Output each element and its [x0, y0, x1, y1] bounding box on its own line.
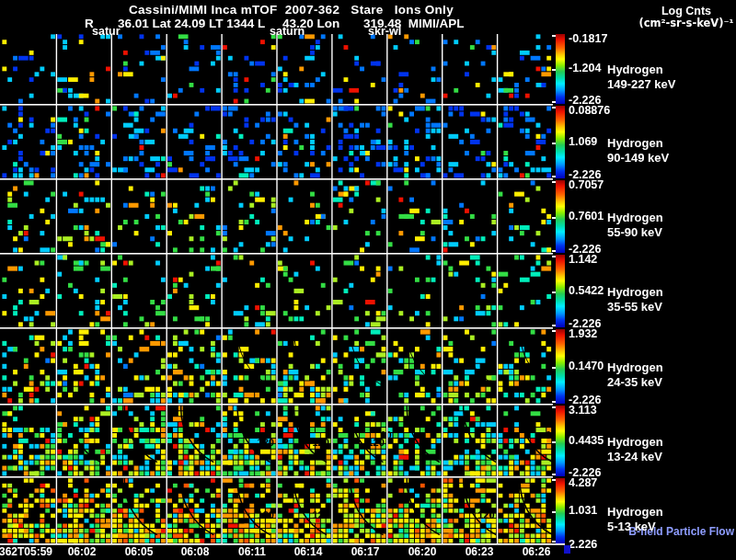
colorbar-tick: [552, 143, 556, 144]
colorbar-tick: [552, 367, 556, 369]
event-marker-label: skr-wl: [368, 26, 401, 38]
colorbar-max-label: 0.7057: [569, 179, 604, 191]
channel-range-label: 90-149 keV: [607, 152, 669, 165]
channel-species-label: Hydrogen: [607, 436, 663, 449]
colorbar-tick: [552, 107, 556, 109]
colorbar-tail-chip: [564, 545, 570, 554]
colorbar-row-4: [556, 255, 565, 327]
colorbar-tick: [552, 250, 556, 252]
colorbar-min-label: 2.226: [569, 539, 597, 551]
colorbar-tick: [552, 441, 556, 443]
time-axis-label: 06:08: [181, 546, 210, 558]
time-axis-label: 06:02: [68, 546, 97, 558]
colorbar-tick: [552, 35, 556, 37]
channel-range-label: 35-55 keV: [607, 301, 662, 314]
cassini-mimi-inca-display: Cassini/MIMI Inca mTOF 2007-362 Stare Io…: [0, 0, 736, 560]
colorbar-tick: [552, 406, 556, 408]
channel-range-label: 5-13 keV: [607, 520, 656, 533]
colorbar-mid-label: 1.031: [569, 505, 597, 517]
colorbar-tick: [552, 217, 556, 219]
colorbar-tick: [552, 401, 556, 403]
event-marker-label: saturn: [270, 26, 305, 38]
plot-title: Cassini/MIMI Inca mTOF 2007-362 Stare Io…: [129, 4, 454, 17]
channel-range-label: 13-24 keV: [607, 451, 662, 463]
channel-species-label: Hydrogen: [607, 211, 663, 224]
colorbar-row-2: [556, 106, 565, 178]
time-axis-label: 06:11: [238, 546, 266, 558]
channel-species-label: Hydrogen: [607, 63, 663, 76]
colorbar-units-line2: (cm²-sr-s-keV)⁻¹: [633, 17, 736, 29]
channel-species-label: Hydrogen: [607, 286, 663, 299]
time-axis-label: 362T05:59: [0, 546, 52, 558]
colorbar-mid-label: 0.5422: [569, 285, 604, 297]
colorbar-tick: [552, 256, 556, 257]
colorbar-mid-label: -1.204: [569, 63, 601, 74]
colorbar-row-3: [556, 180, 565, 253]
colorbar-mid-label: 0.4435: [569, 435, 604, 447]
colorbar-tick: [552, 176, 556, 177]
colorbar-tick: [552, 101, 556, 103]
colorbar-tick: [552, 479, 556, 481]
channel-range-label: 149-227 keV: [607, 78, 675, 91]
colorbar-tick: [552, 291, 556, 293]
colorbar-row-5: [556, 329, 565, 404]
colorbar-max-label: 1.932: [569, 328, 597, 340]
channel-species-label: Hydrogen: [607, 137, 663, 150]
colorbar-mid-label: 0.1470: [569, 360, 604, 372]
colorbar-row-7: [556, 478, 565, 543]
channel-species-label: Hydrogen: [607, 506, 663, 519]
time-axis-label: 06:17: [351, 546, 380, 558]
colorbar-row-1: [556, 34, 565, 104]
colorbar-max-label: -0.1817: [569, 33, 607, 45]
event-marker-label: satur: [92, 26, 121, 38]
colorbar-max-label: 4.287: [569, 477, 597, 489]
colorbar-max-label: 0.08876: [569, 105, 610, 117]
colorbar-tick: [552, 541, 556, 543]
colorbar-max-label: 1.142: [569, 254, 597, 266]
colorbar-row-6: [556, 406, 565, 476]
time-axis-label: 06:23: [466, 546, 494, 558]
channel-range-label: 55-90 keV: [607, 226, 662, 239]
colorbar-tick: [552, 330, 556, 332]
channel-range-label: 24-35 keV: [607, 376, 662, 389]
colorbar-mid-label: 0.7601: [569, 211, 604, 223]
colorbar-mid-label: 1.069: [569, 136, 597, 148]
ephemeris-coords: 36.01 Lat 24.09 LT 1344 L: [118, 17, 265, 30]
channel-species-label: Hydrogen: [607, 361, 663, 374]
time-axis-label: 06:05: [125, 546, 154, 558]
colorbar-tick: [552, 511, 556, 513]
colorbar-tick: [552, 181, 556, 183]
time-axis-label: 06:14: [294, 546, 323, 558]
time-axis-label: 06:20: [408, 546, 437, 558]
colorbar-max-label: 3.113: [569, 405, 597, 417]
colorbar-tick: [552, 325, 556, 326]
colorbar-tick: [552, 474, 556, 475]
time-axis-label: 06:26: [523, 546, 551, 558]
colorbar-tick: [552, 69, 556, 71]
